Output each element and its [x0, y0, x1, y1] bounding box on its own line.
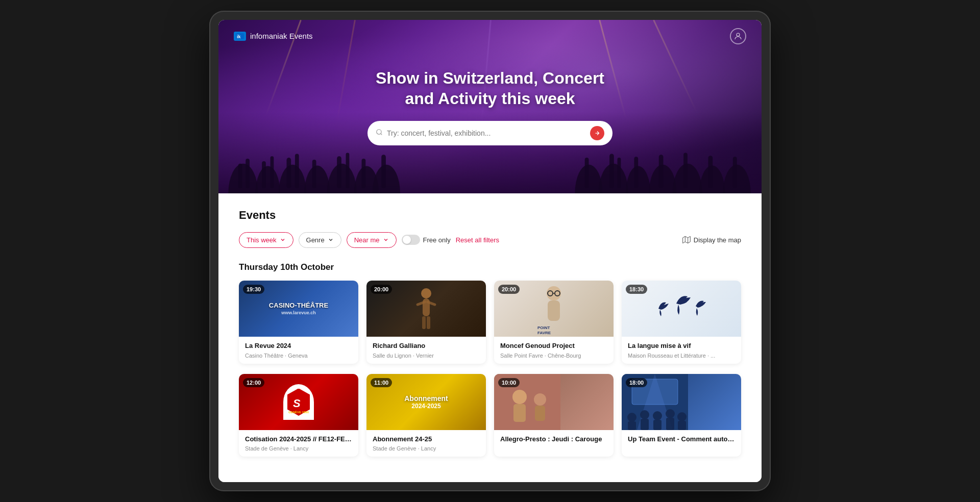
event-info-casino: La Revue 2024 Casino Théâtre · Geneva [239, 337, 358, 364]
event-card-langue[interactable]: 18:30 La langue mise à vif Maison Rousse… [622, 281, 741, 364]
servette-badge: S GENÈVE 1890 [283, 384, 314, 420]
event-info-upteam: Up Team Event - Comment automatiser son … [622, 430, 741, 451]
event-info-abonnement: Abonnement 24-25 Stade de Genève · Lancy [366, 430, 486, 457]
event-image-casino: CASINO-THÉÂTRE www.larevue.ch 19:30 [239, 281, 358, 337]
svg-point-36 [737, 33, 740, 36]
svg-point-57 [512, 390, 527, 404]
svg-rect-69 [666, 418, 674, 430]
genre-filter[interactable]: Genre [299, 232, 341, 248]
date-header: Thursday 10th October [239, 262, 741, 272]
svg-point-41 [421, 288, 431, 298]
event-venue-casino: Casino Théâtre · Geneva [245, 353, 352, 359]
event-image-abonnement: Abonnement 2024-2025 11:00 [366, 374, 486, 430]
event-title-moncef: Moncef Genoud Project [500, 342, 607, 350]
event-info-langue: La langue mise à vif Maison Rousseau et … [622, 337, 741, 364]
event-info-allegro: Allegro-Presto : Jeudi : Carouge [494, 430, 614, 451]
svg-marker-38 [682, 236, 690, 243]
event-card-abonnement[interactable]: Abonnement 2024-2025 11:00 Abonnement 24… [366, 374, 486, 457]
near-me-filter[interactable]: Near me [347, 232, 397, 248]
event-time-casino: 19:30 [243, 285, 264, 294]
event-card-allegro[interactable]: 10:00 Allegro-Presto : Jeudi : Carouge [494, 374, 614, 457]
event-venue-abonnement: Stade de Genève · Lancy [373, 445, 480, 451]
content-section: Events This week Genre Near me [218, 193, 762, 483]
chevron-down-icon-genre [328, 237, 334, 243]
event-title-galliano: Richard Galliano [373, 342, 480, 350]
reset-filters-button[interactable]: Reset all filters [456, 236, 499, 244]
logo: ik infomaniak Events [234, 32, 313, 41]
events-row-1: CASINO-THÉÂTRE www.larevue.ch 19:30 La R… [239, 281, 741, 364]
event-time-galliano: 20:00 [371, 285, 392, 294]
event-image-langue: 18:30 [622, 281, 741, 337]
search-input-wrap [368, 121, 612, 145]
svg-point-66 [653, 411, 662, 420]
navbar: ik infomaniak Events [218, 20, 762, 53]
svg-point-68 [666, 409, 675, 418]
free-only-toggle-row: Free only [402, 235, 451, 245]
search-input[interactable] [387, 129, 586, 137]
event-card-moncef[interactable]: POINT FAVRE 20:00 Moncef Genoud Project … [494, 281, 614, 364]
search-submit-button[interactable] [590, 126, 604, 140]
svg-rect-58 [513, 404, 526, 422]
svg-point-62 [627, 413, 636, 422]
event-image-servette: S GENÈVE 1890 12:00 [239, 374, 358, 430]
this-week-filter[interactable]: This week [239, 232, 293, 248]
display-map-label: Display the map [694, 236, 741, 244]
event-time-moncef: 20:00 [498, 285, 520, 294]
svg-text:S: S [293, 397, 301, 410]
event-info-servette: Cotisation 2024-2025 // FE12-FE13-FE14 /… [239, 430, 358, 457]
event-image-galliano: 20:00 [366, 281, 486, 337]
svg-text:ik: ik [237, 34, 241, 39]
event-time-allegro: 10:00 [498, 378, 520, 387]
event-title-allegro: Allegro-Presto : Jeudi : Carouge [500, 435, 607, 444]
event-card-upteam[interactable]: 18:00 Up Team Event - Comment automatise… [622, 374, 741, 457]
events-section-title: Events [239, 209, 741, 222]
svg-text:GENÈVE 1890: GENÈVE 1890 [288, 410, 309, 414]
svg-point-37 [377, 130, 381, 134]
event-card-servette[interactable]: S GENÈVE 1890 12:00 Cotisation 2024-2025… [239, 374, 358, 457]
map-icon [682, 236, 691, 244]
svg-text:POINT: POINT [537, 325, 550, 330]
svg-text:FAVRE: FAVRE [537, 331, 551, 334]
display-map-button[interactable]: Display the map [682, 236, 741, 244]
event-time-upteam: 18:00 [626, 378, 647, 387]
event-image-upteam: 18:00 [622, 374, 741, 430]
hero-title: Show in Switzerland, Concert and Activit… [362, 68, 618, 109]
svg-rect-63 [628, 421, 636, 430]
chevron-down-icon [280, 237, 286, 243]
device-frame: ik infomaniak Events Show in Switzerland… [209, 11, 771, 492]
events-row-2: S GENÈVE 1890 12:00 Cotisation 2024-2025… [239, 374, 741, 457]
svg-rect-71 [678, 421, 686, 430]
event-card-galliano[interactable]: 20:00 Richard Galliano Salle du Lignon ·… [366, 281, 486, 364]
event-info-moncef: Moncef Genoud Project Salle Point Favre … [494, 337, 614, 364]
near-me-label: Near me [354, 236, 380, 244]
event-title-abonnement: Abonnement 24-25 [373, 435, 480, 444]
nav-user-button[interactable] [730, 28, 746, 44]
event-title-servette: Cotisation 2024-2025 // FE12-FE13-FE14 /… [245, 435, 352, 444]
hero-content: Show in Switzerland, Concert and Activit… [362, 68, 618, 109]
event-title-casino: La Revue 2024 [245, 342, 352, 350]
search-bar [368, 121, 612, 145]
genre-label: Genre [306, 236, 325, 244]
event-title-langue: La langue mise à vif [628, 342, 735, 350]
event-venue-galliano: Salle du Lignon · Vernier [373, 353, 480, 359]
svg-rect-65 [641, 419, 649, 430]
event-venue-langue: Maison Rousseau et Littérature · ... [628, 353, 735, 359]
svg-rect-45 [422, 316, 426, 329]
event-card-casino[interactable]: CASINO-THÉÂTRE www.larevue.ch 19:30 La R… [239, 281, 358, 364]
event-venue-servette: Stade de Genève · Lancy [245, 445, 352, 451]
hero-section: ik infomaniak Events Show in Switzerland… [218, 20, 762, 193]
event-time-langue: 18:30 [626, 285, 647, 294]
this-week-label: This week [247, 236, 277, 244]
free-only-label: Free only [423, 236, 451, 244]
search-icon [376, 129, 383, 137]
event-time-servette: 12:00 [243, 378, 264, 387]
svg-rect-67 [653, 420, 662, 430]
event-time-abonnement: 11:00 [371, 378, 392, 387]
logo-text: infomaniak Events [250, 32, 313, 40]
svg-rect-60 [535, 406, 545, 421]
chevron-down-icon-near [383, 237, 389, 243]
svg-rect-48 [548, 300, 560, 321]
event-venue-moncef: Salle Point Favre · Chêne-Bourg [500, 353, 607, 359]
free-only-toggle[interactable] [402, 235, 420, 245]
svg-point-64 [640, 410, 649, 419]
